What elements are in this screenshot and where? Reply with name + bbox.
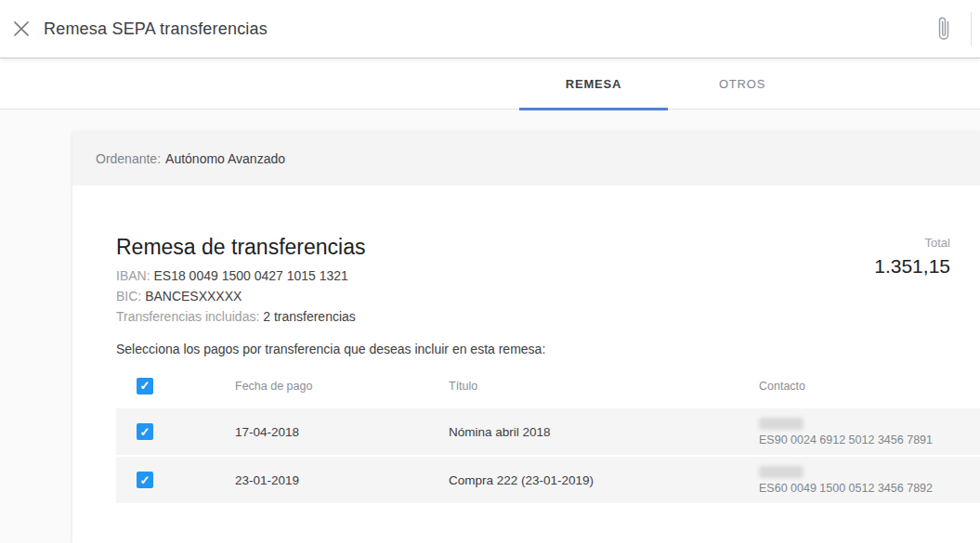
dialog-header: Remesa SEPA transferencias — [0, 0, 980, 58]
total-block: Total 1.351,15 — [874, 232, 950, 327]
table-row: ✓ 17-04-2018 Nómina abril 2018 ES90 0024… — [116, 408, 980, 455]
contact-iban: ES60 0049 1500 0512 3456 7892 — [759, 482, 980, 495]
dialog-title: Remesa SEPA transferencias — [44, 19, 268, 39]
iban-label: IBAN: — [116, 268, 150, 283]
tab-remesa[interactable]: REMESA — [519, 58, 668, 110]
check-icon: ✓ — [140, 380, 150, 392]
column-header-date: Fecha de pago — [235, 380, 449, 393]
row-title: Compra 222 (23-01-2019) — [449, 473, 759, 487]
ordenante-bar: Ordenante: Autónomo Avanzado — [72, 132, 980, 186]
check-icon: ✓ — [140, 474, 150, 486]
total-label: Total — [874, 236, 950, 250]
row-contact: ES60 0049 1500 0512 3456 7892 — [759, 466, 980, 495]
close-icon — [13, 20, 30, 37]
tab-otros-label: OTROS — [719, 77, 765, 91]
contact-name-redacted — [759, 418, 804, 430]
included-line: Transferencias incluidas: 2 transferenci… — [116, 306, 365, 327]
tab-otros[interactable]: OTROS — [668, 58, 817, 110]
iban-line: IBAN: ES18 0049 1500 0427 1015 1321 — [116, 265, 365, 286]
table-row: ✓ 23-01-2019 Compra 222 (23-01-2019) ES6… — [116, 457, 980, 503]
remesa-sepa-dialog: Remesa SEPA transferencias REMESA OTROS … — [0, 0, 980, 543]
bic-line: BIC: BANCESXXXXX — [116, 286, 365, 306]
row-checkbox[interactable]: ✓ — [137, 472, 153, 488]
close-button[interactable] — [13, 20, 30, 37]
remesa-card: Ordenante: Autónomo Avanzado Remesa de t… — [72, 132, 980, 543]
attachment-button[interactable] — [925, 10, 962, 47]
bic-value: BANCESXXXXX — [145, 289, 242, 304]
ordenante-value: Autónomo Avanzado — [165, 151, 285, 166]
row-date: 23-01-2019 — [235, 473, 449, 487]
header-actions — [925, 0, 980, 58]
tab-bar: REMESA OTROS — [0, 58, 980, 110]
included-value: 2 transferencias — [263, 309, 356, 324]
total-amount: 1.351,15 — [874, 255, 950, 278]
row-date: 17-04-2018 — [235, 425, 449, 439]
paperclip-icon — [934, 16, 954, 42]
check-icon: ✓ — [140, 426, 150, 438]
column-header-contact: Contacto — [759, 380, 980, 393]
remesa-summary: Remesa de transferencias IBAN: ES18 0049… — [116, 232, 980, 327]
row-checkbox[interactable]: ✓ — [137, 423, 153, 440]
iban-value: ES18 0049 1500 0427 1015 1321 — [153, 268, 347, 283]
contact-iban: ES90 0024 6912 5012 3456 7891 — [759, 433, 980, 446]
included-label: Transferencias incluidas: — [116, 309, 259, 324]
column-header-title: Título — [449, 380, 759, 393]
select-all-checkbox[interactable]: ✓ — [137, 378, 153, 394]
remesa-title: Remesa de transferencias — [116, 232, 365, 262]
ordenante-label: Ordenante: — [96, 151, 161, 166]
contact-name-redacted — [759, 466, 804, 478]
selection-instruction: Selecciona los pagos por transferencia q… — [116, 342, 980, 356]
header-divider — [971, 12, 972, 45]
tab-remesa-label: REMESA — [566, 77, 621, 91]
table-header-row: ✓ Fecha de pago Título Contacto — [116, 365, 980, 407]
payments-table: ✓ Fecha de pago Título Contacto ✓ 17-04-… — [116, 365, 980, 503]
row-contact: ES90 0024 6912 5012 3456 7891 — [759, 418, 980, 446]
row-title: Nómina abril 2018 — [449, 425, 759, 439]
bic-label: BIC: — [116, 289, 141, 304]
